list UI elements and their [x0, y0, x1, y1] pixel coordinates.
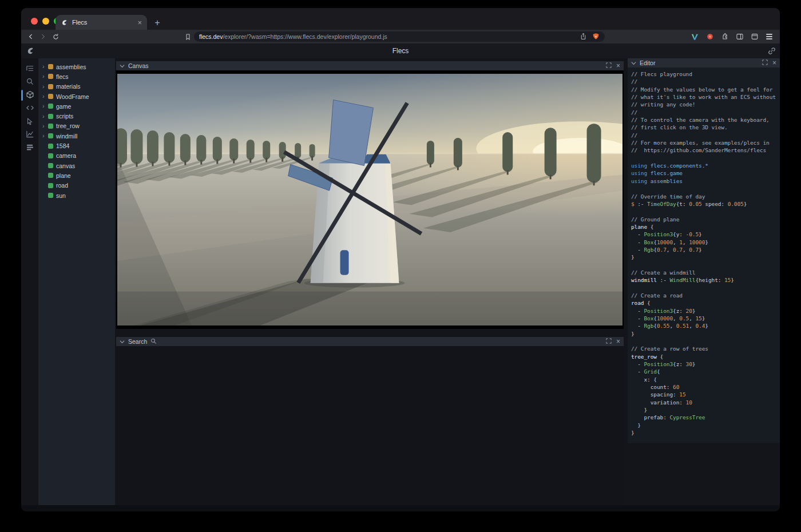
- tab-close-icon[interactable]: ×: [137, 19, 142, 26]
- close-panel-icon[interactable]: ×: [616, 62, 620, 69]
- expand-arrow-icon[interactable]: ›: [42, 84, 48, 90]
- address-bar[interactable]: flecs.dev/explorer/?wasm=https://www.fle…: [194, 31, 605, 42]
- entity-square-icon: [48, 183, 53, 188]
- share-icon[interactable]: [580, 33, 587, 41]
- code-line: //: [631, 109, 776, 117]
- extension-v-icon[interactable]: [690, 32, 700, 42]
- code-line: }: [631, 430, 776, 437]
- module-square-icon: [48, 64, 53, 69]
- expand-arrow-icon[interactable]: ›: [42, 103, 48, 109]
- search-icon[interactable]: [150, 338, 157, 346]
- search-results-area[interactable]: [116, 346, 624, 505]
- collapse-chevron-icon[interactable]: [631, 59, 636, 66]
- tree-item-label: WoodFrame: [56, 93, 89, 100]
- fullscreen-icon[interactable]: [606, 62, 612, 69]
- expand-arrow-icon[interactable]: ›: [42, 93, 48, 100]
- tree-item-1584[interactable]: 1584: [38, 141, 115, 150]
- minimize-window-button[interactable]: [42, 18, 49, 25]
- entity-square-icon: [48, 153, 53, 158]
- code-line: plane {: [631, 224, 776, 231]
- code-line: [631, 285, 776, 292]
- entity-square-icon: [48, 144, 53, 149]
- expand-arrow-icon[interactable]: ›: [42, 73, 48, 80]
- fullscreen-icon[interactable]: [606, 338, 612, 345]
- menu-icon[interactable]: [764, 32, 774, 42]
- expand-arrow-icon[interactable]: ›: [42, 123, 48, 129]
- browser-tab[interactable]: Flecs ×: [55, 15, 147, 30]
- new-tab-button[interactable]: +: [150, 16, 164, 30]
- editor-panel: Editor × // Flecs playground//// Modify …: [628, 58, 780, 443]
- code-line: x: {: [631, 376, 776, 384]
- collapse-chevron-icon[interactable]: [120, 338, 125, 345]
- chart-view-icon[interactable]: [25, 130, 34, 138]
- code-line: - Position3{z: 20}: [631, 308, 776, 315]
- share-link-icon[interactable]: [768, 47, 776, 55]
- tree-item-road[interactable]: road: [38, 181, 115, 190]
- back-icon[interactable]: [25, 31, 37, 42]
- extensions-puzzle-icon[interactable]: [720, 32, 729, 42]
- tree-item-materials[interactable]: ›materials: [38, 82, 115, 92]
- code-line: // Modify the values below to get a feel…: [631, 86, 776, 94]
- editor-code-area[interactable]: // Flecs playground//// Modify the value…: [628, 68, 780, 443]
- code-line: tree_row {: [631, 354, 776, 361]
- tab-favicon-flecs-logo-icon: [61, 19, 68, 26]
- tree-item-sun[interactable]: sun: [38, 190, 115, 200]
- brave-shield-icon[interactable]: [592, 33, 600, 41]
- sidebar-toggle-icon[interactable]: [735, 32, 744, 42]
- reload-icon[interactable]: [50, 31, 61, 42]
- tree-item-canvas[interactable]: canvas: [38, 161, 115, 170]
- tree-item-windmill[interactable]: ›windmill: [38, 131, 115, 141]
- entity-square-icon: [48, 173, 53, 178]
- expand-arrow-icon[interactable]: ›: [42, 133, 48, 139]
- code-line: count: 60: [631, 384, 776, 391]
- tree-item-camera[interactable]: camera: [38, 151, 115, 161]
- code-line: [631, 338, 776, 346]
- expand-arrow-icon[interactable]: ›: [42, 63, 48, 70]
- tree-item-WoodFrame[interactable]: ›WoodFrame: [38, 92, 115, 101]
- toolbar-extensions: [690, 30, 774, 43]
- close-panel-icon[interactable]: ×: [616, 338, 620, 345]
- scene-cube-view-icon[interactable]: [25, 90, 34, 99]
- tree-item-assemblies[interactable]: ›assemblies: [38, 62, 115, 72]
- tree-item-label: flecs: [56, 73, 69, 80]
- tree-item-flecs[interactable]: ›flecs: [38, 72, 115, 81]
- canvas-3d-viewport[interactable]: [116, 70, 624, 329]
- bookmark-icon[interactable]: [182, 31, 193, 42]
- code-line: - Box{10000, 0.5, 15}: [631, 315, 776, 323]
- tree-view-icon[interactable]: [25, 64, 34, 73]
- expand-arrow-icon[interactable]: ›: [42, 113, 48, 120]
- forward-icon[interactable]: [37, 31, 49, 42]
- collapse-chevron-icon[interactable]: [120, 62, 125, 69]
- tree-item-label: camera: [56, 152, 76, 159]
- code-view-icon[interactable]: [25, 104, 34, 112]
- entity-square-icon: [48, 163, 53, 168]
- tree-item-scripts[interactable]: ›scripts: [38, 111, 115, 121]
- tree-item-label: materials: [56, 83, 81, 90]
- navigation-bar: flecs.dev/explorer/?wasm=https://www.fle…: [21, 30, 780, 43]
- extension-red-icon[interactable]: [705, 32, 715, 42]
- stats-view-icon[interactable]: [25, 143, 34, 152]
- tree-item-label: windmill: [56, 133, 77, 140]
- close-window-button[interactable]: [31, 18, 38, 25]
- code-line: // Create a road: [631, 292, 776, 300]
- code-line: }: [631, 331, 776, 338]
- tree-item-tree_row[interactable]: ›tree_row: [38, 121, 115, 131]
- entity-square-icon: [48, 124, 53, 129]
- canvas-panel: Canvas ×: [116, 61, 624, 329]
- fullscreen-icon[interactable]: [762, 59, 768, 66]
- close-panel-icon[interactable]: ×: [772, 59, 776, 66]
- code-line: // Ground plane: [631, 216, 776, 224]
- panel-icon[interactable]: [750, 32, 759, 42]
- tab-strip: Flecs × +: [21, 8, 780, 30]
- tree-item-game[interactable]: ›game: [38, 101, 115, 111]
- code-line: - Grid{: [631, 368, 776, 376]
- windmill-scene[interactable]: [117, 74, 622, 325]
- code-line: //: [631, 78, 776, 86]
- inspect-cursor-icon[interactable]: [25, 117, 34, 125]
- search-view-icon[interactable]: [25, 77, 34, 86]
- tree-item-plane[interactable]: plane: [38, 170, 115, 180]
- code-line: prefab: CypressTree: [631, 414, 776, 422]
- search-panel: Search ×: [116, 337, 624, 505]
- code-line: - Position3{z: 30}: [631, 361, 776, 368]
- code-line: // Create a row of trees: [631, 346, 776, 353]
